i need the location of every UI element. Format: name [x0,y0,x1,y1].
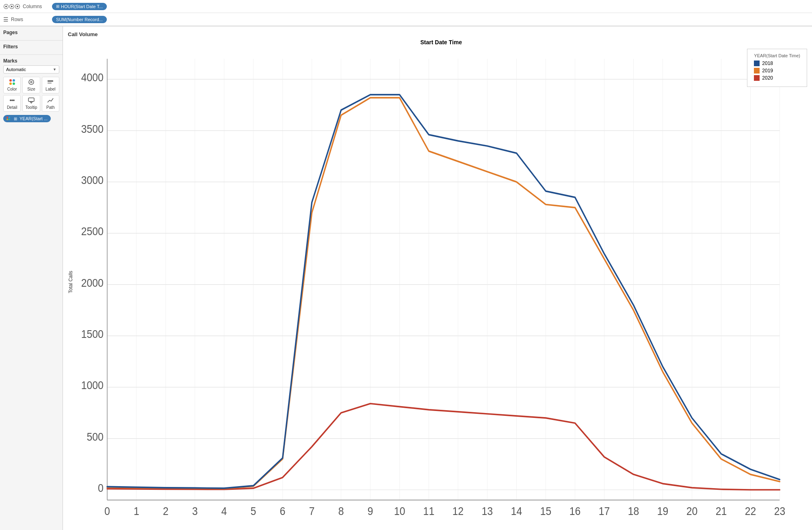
svg-point-2 [9,82,12,85]
legend: YEAR(Start Date Time) 2018 2019 2020 [747,49,807,87]
svg-marker-12 [30,102,32,103]
svg-point-16 [9,119,10,120]
color-icon [9,79,15,86]
color-label: Color [7,87,17,91]
svg-rect-7 [48,82,52,84]
legend-label-2020: 2020 [762,75,773,81]
chevron-down-icon: ▼ [53,67,56,71]
columns-row: ⦿⦿⦿ Columns ⊞ HOUR(Start Date T... [0,0,812,13]
svg-text:4000: 4000 [81,71,104,84]
chart-svg-area: 0500100015002000250030003500400001234567… [75,49,807,525]
label-label: Label [45,87,55,91]
legend-title: YEAR(Start Date Time) [754,53,800,58]
y-axis-label: Total Calls [68,39,74,525]
svg-text:7: 7 [309,505,315,517]
size-button[interactable]: Size [22,77,40,93]
svg-point-0 [9,79,12,82]
left-panel: Pages Filters Marks Automatic ▼ [0,26,63,530]
svg-point-10 [13,100,15,101]
detail-icon [9,97,15,104]
chart-inner: Start Date Time 050010001500200025003000… [75,39,807,525]
year-pill-icon: ⊞ [14,117,17,121]
chart-svg: 0500100015002000250030003500400001234567… [75,49,807,525]
marks-dropdown[interactable]: Automatic ▼ [3,65,59,74]
svg-text:21: 21 [716,505,727,517]
svg-point-15 [6,119,8,120]
svg-text:11: 11 [423,505,435,517]
svg-point-1 [13,79,15,82]
svg-point-3 [13,82,15,85]
svg-point-9 [11,100,13,101]
svg-text:23: 23 [774,505,786,517]
label-button[interactable]: Label [42,77,59,93]
tooltip-icon [28,97,35,104]
svg-text:22: 22 [745,505,756,517]
marks-buttons: Color Size [3,77,59,112]
tooltip-label: Tooltip [26,105,37,110]
marks-section: Marks Automatic ▼ Color [0,55,63,125]
marks-dropdown-label: Automatic [6,67,26,72]
path-icon [47,97,54,104]
rows-row: ☰ Rows SUM(Number Record... [0,13,812,26]
columns-text: Columns [23,4,42,9]
pages-section: Pages [0,26,63,41]
svg-text:9: 9 [368,505,373,517]
columns-pill-icon: ⊞ [56,4,59,9]
detail-label: Detail [7,105,17,110]
columns-pill[interactable]: ⊞ HOUR(Start Date T... [52,3,107,10]
path-button[interactable]: Path [42,95,59,112]
svg-text:19: 19 [657,505,669,517]
pages-title: Pages [3,30,59,35]
top-bar: ⦿⦿⦿ Columns ⊞ HOUR(Start Date T... ☰ Row… [0,0,812,26]
chart-container: Total Calls Start Date Time 050010001500… [68,39,807,525]
legend-label-2019: 2019 [762,68,773,74]
svg-point-5 [30,81,32,83]
svg-point-14 [9,117,10,118]
svg-text:8: 8 [338,505,344,517]
svg-rect-11 [28,98,34,102]
svg-text:0: 0 [98,482,104,494]
svg-text:14: 14 [511,505,522,517]
svg-text:17: 17 [599,505,610,517]
svg-text:1000: 1000 [81,379,104,392]
svg-text:3000: 3000 [81,174,104,186]
legend-color-2020 [754,75,760,81]
legend-color-2018 [754,61,760,66]
chart-area: Call Volume Total Calls Start Date Time … [63,26,812,530]
svg-text:2: 2 [163,505,169,517]
legend-item-2019: 2019 [754,68,800,74]
legend-color-2019 [754,68,760,74]
legend-item-2018: 2018 [754,61,800,66]
svg-text:16: 16 [569,505,581,517]
main-area: Pages Filters Marks Automatic ▼ [0,26,812,530]
svg-point-13 [6,117,8,118]
svg-text:12: 12 [453,505,464,517]
rows-text: Rows [11,17,23,22]
svg-text:500: 500 [87,430,104,443]
svg-text:1500: 1500 [81,328,104,340]
svg-text:13: 13 [482,505,493,517]
svg-text:1: 1 [134,505,139,517]
svg-text:2000: 2000 [81,276,104,289]
marks-title: Marks [3,58,59,64]
svg-text:10: 10 [394,505,405,517]
rows-pill[interactable]: SUM(Number Record... [52,16,107,23]
size-icon [28,79,35,86]
svg-rect-6 [48,80,53,82]
tooltip-button[interactable]: Tooltip [22,95,40,112]
size-label: Size [27,87,35,91]
columns-label: ⦿⦿⦿ Columns [3,3,52,10]
chart-x-title: Start Date Time [75,39,807,45]
year-pill-label: YEAR(Start ... [19,116,48,121]
chart-title: Call Volume [68,31,807,37]
columns-icon: ⦿⦿⦿ [3,3,20,10]
legend-item-2020: 2020 [754,75,800,81]
svg-text:3: 3 [192,505,198,517]
svg-text:6: 6 [280,505,286,517]
svg-text:4: 4 [221,505,227,517]
color-button[interactable]: Color [3,77,21,93]
filters-section: Filters [0,41,63,55]
year-pill[interactable]: ⊞ YEAR(Start ... [3,115,51,122]
detail-button[interactable]: Detail [3,95,21,112]
svg-text:5: 5 [251,505,256,517]
